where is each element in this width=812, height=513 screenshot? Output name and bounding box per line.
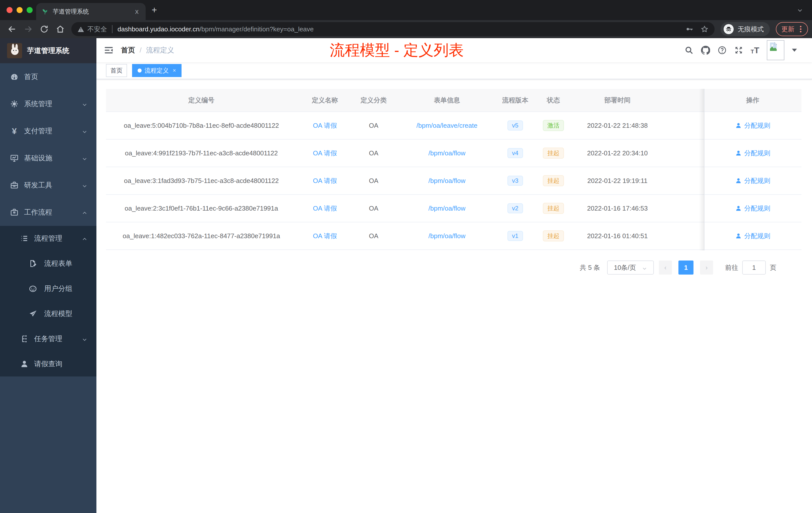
annotation-title: 流程模型 - 定义列表 xyxy=(330,40,464,60)
definition-id: oa_leave:2:3c1f0ef1-76b1-11ec-9c66-a2380… xyxy=(106,195,297,222)
help-icon[interactable] xyxy=(718,46,727,55)
caret-down-icon[interactable] xyxy=(792,49,797,52)
sidebar-item-process-management[interactable]: 流程管理 xyxy=(0,226,96,251)
toolbox-icon xyxy=(10,181,19,189)
window-close-button[interactable] xyxy=(6,7,12,13)
tag-label: 首页 xyxy=(111,66,122,74)
assign-rule-button[interactable]: 分配规则 xyxy=(735,121,770,130)
home-icon[interactable] xyxy=(56,25,65,34)
star-icon[interactable] xyxy=(700,25,708,33)
tab-search-chevron-icon[interactable] xyxy=(797,6,803,15)
status-badge: 挂起 xyxy=(543,148,564,159)
browser-tab[interactable]: 芋道管理系统 x xyxy=(36,3,146,20)
font-size-icon[interactable]: TT xyxy=(751,46,759,55)
sidebar-item-label: 系统管理 xyxy=(24,99,52,109)
sidebar-logo[interactable]: 芋道管理系统 xyxy=(0,38,96,63)
definition-id: oa_leave:3:1fad3d93-7b75-11ec-a3c8-acde4… xyxy=(106,167,297,194)
deploy-time: 2022-01-22 19:19:11 xyxy=(576,167,659,194)
new-tab-button[interactable]: + xyxy=(152,5,157,14)
fullscreen-icon[interactable] xyxy=(734,46,743,55)
key-icon[interactable] xyxy=(686,25,694,33)
url-path: /bpm/manager/definition?key=oa_leave xyxy=(200,25,680,33)
sidebar-item-label: 流程模型 xyxy=(44,309,72,319)
window-zoom-button[interactable] xyxy=(27,7,33,13)
sidebar-item-process-model[interactable]: 流程模型 xyxy=(0,301,96,326)
definition-name-link[interactable]: OA 请假 xyxy=(313,149,337,158)
sidebar-item-workflow[interactable]: 工作流程 xyxy=(0,199,96,226)
avatar[interactable] xyxy=(767,40,784,60)
sidebar-item-infrastructure[interactable]: 基础设施 xyxy=(0,145,96,172)
column-header: 部署时间 xyxy=(576,89,659,112)
sidebar-item-leave-query[interactable]: 请假查询 xyxy=(0,351,96,376)
sidebar-item-process-form[interactable]: 流程表单 xyxy=(0,251,96,276)
definition-name-link[interactable]: OA 请假 xyxy=(313,204,337,213)
chevron-down-icon xyxy=(82,182,87,188)
goto-page-input[interactable]: 1 xyxy=(742,261,766,275)
warning-icon xyxy=(77,26,84,33)
sidebar-item-label: 研发工具 xyxy=(24,180,52,190)
chevron-up-icon xyxy=(82,210,87,215)
tag-close-icon[interactable]: × xyxy=(173,67,176,74)
address-bar[interactable]: 不安全 dashboard.yudao.iocoder.cn /bpm/mana… xyxy=(71,22,715,36)
form-link[interactable]: /bpm/oa/leave/create xyxy=(416,122,477,129)
browser-tabstrip: 芋道管理系统 x + xyxy=(0,0,812,20)
status-badge: 挂起 xyxy=(543,231,564,241)
table-row: oa_leave:3:1fad3d93-7b75-11ec-a3c8-acde4… xyxy=(106,167,802,195)
definitions-table: 定义编号 定义名称 定义分类 表单信息 流程版本 状态 部署时间 操作 oa_l… xyxy=(106,89,802,250)
form-link[interactable]: /bpm/oa/flow xyxy=(428,177,465,185)
security-label[interactable]: 不安全 xyxy=(87,25,107,34)
column-header: 表单信息 xyxy=(394,89,500,112)
sidebar-item-home[interactable]: 首页 xyxy=(0,63,96,90)
assign-rule-button[interactable]: 分配规则 xyxy=(735,176,770,185)
window-minimize-button[interactable] xyxy=(17,7,23,13)
user-icon xyxy=(735,233,742,239)
breadcrumb-home[interactable]: 首页 xyxy=(121,46,135,55)
table-row: oa_leave:4:991f2193-7b7f-11ec-a3c8-acde4… xyxy=(106,140,802,167)
search-icon[interactable] xyxy=(685,46,694,55)
tag-home[interactable]: 首页 xyxy=(106,64,127,77)
refresh-icon[interactable] xyxy=(40,25,49,34)
tag-process-definition[interactable]: 流程定义 × xyxy=(132,64,181,77)
back-icon[interactable] xyxy=(7,25,17,34)
status-badge: 挂起 xyxy=(543,203,564,214)
definition-id: oa_leave:4:991f2193-7b7f-11ec-a3c8-acde4… xyxy=(106,140,297,167)
prev-page-button[interactable]: ‹ xyxy=(659,261,672,275)
update-label: 更新 xyxy=(781,25,794,34)
definition-name-link[interactable]: OA 请假 xyxy=(313,121,337,130)
sidebar-item-system[interactable]: 系统管理 xyxy=(0,90,96,117)
sidebar-item-task-management[interactable]: 任务管理 xyxy=(0,326,96,351)
sidebar-item-devtools[interactable]: 研发工具 xyxy=(0,172,96,199)
assign-rule-button[interactable]: 分配规则 xyxy=(735,149,770,158)
monitor-icon xyxy=(10,154,19,162)
github-icon[interactable] xyxy=(701,46,710,55)
version-badge: v4 xyxy=(508,148,523,158)
update-button[interactable]: 更新 xyxy=(776,22,808,36)
hamburger-icon[interactable] xyxy=(104,46,114,55)
definition-id: oa_leave:5:004b710b-7b8a-11ec-8ef0-acde4… xyxy=(106,112,297,139)
column-header: 定义分类 xyxy=(353,89,394,112)
robot-icon xyxy=(29,284,37,293)
page-size-select[interactable]: 10条/页 xyxy=(607,261,654,275)
assign-rule-button[interactable]: 分配规则 xyxy=(735,204,770,213)
list-icon xyxy=(20,234,29,243)
definition-name-link[interactable]: OA 请假 xyxy=(313,232,337,240)
next-page-button[interactable]: › xyxy=(700,261,713,275)
kebab-menu-icon[interactable] xyxy=(799,26,803,32)
table-row: oa_leave:1:482ec033-762a-11ec-8477-a2380… xyxy=(106,222,802,250)
breadcrumb: 首页 / 流程定义 xyxy=(121,46,174,55)
incognito-label: 无痕模式 xyxy=(738,25,764,34)
sidebar-item-payment[interactable]: ¥ 支付管理 xyxy=(0,117,96,145)
user-icon xyxy=(735,177,742,184)
user-icon xyxy=(735,122,742,129)
chevron-down-icon xyxy=(82,128,87,134)
assign-rule-button[interactable]: 分配规则 xyxy=(735,232,770,240)
page-number-1[interactable]: 1 xyxy=(678,261,694,275)
sidebar-item-user-group[interactable]: 用户分组 xyxy=(0,276,96,301)
incognito-icon xyxy=(724,24,734,34)
form-link[interactable]: /bpm/oa/flow xyxy=(428,232,465,240)
form-link[interactable]: /bpm/oa/flow xyxy=(428,205,465,212)
tab-close-icon[interactable]: x xyxy=(133,7,141,16)
screenshot-root: 芋道管理系统 x + 不安全 dashboard.yudao.iocoder.c… xyxy=(0,0,812,513)
definition-name-link[interactable]: OA 请假 xyxy=(313,176,337,185)
form-link[interactable]: /bpm/oa/flow xyxy=(428,149,465,157)
